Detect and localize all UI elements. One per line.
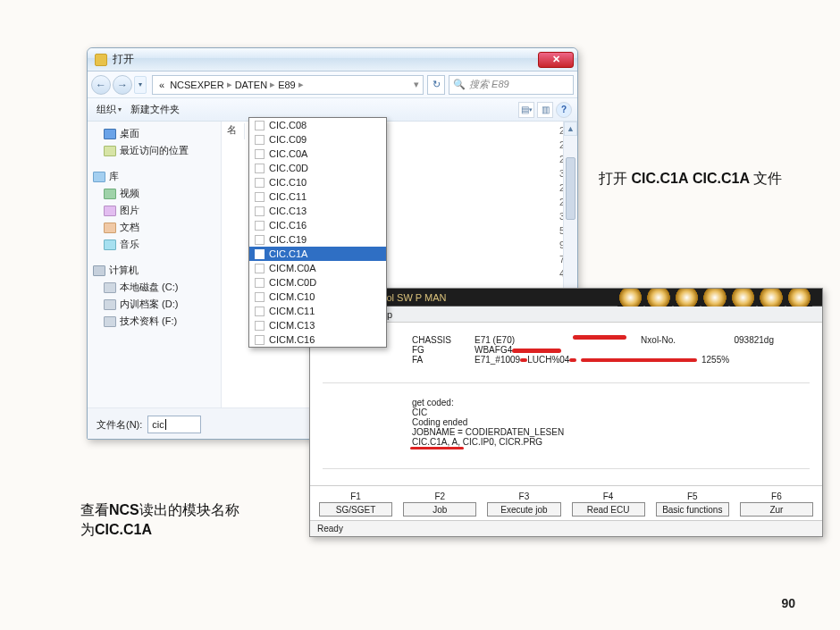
search-input[interactable]: 🔍 搜索 E89 [449,75,574,95]
dropdown-item[interactable]: CICM.C0D [249,275,386,290]
path-seg-2[interactable]: E89 [275,80,298,90]
dropdown-item[interactable]: CIC.C16 [249,218,386,232]
dropdown-item[interactable]: CIC.C0A [249,147,386,161]
toolbar-newfolder[interactable]: 新建文件夹 [127,103,185,116]
close-button[interactable]: ✕ [538,52,574,68]
sidebar-drive-d[interactable]: 内训档案 (D:) [89,296,219,313]
column-name-header[interactable]: 名 [227,123,245,139]
dropdown-item[interactable]: CIC.C13 [249,204,386,218]
filename-value: cic [152,419,164,430]
fkey-f3-button[interactable]: Execute job [487,502,560,517]
app-icon [95,54,107,66]
dropdown-item[interactable]: CICM.C16 [249,332,386,347]
sidebar-drive-c[interactable]: 本地磁盘 (C:) [89,279,219,296]
filename-label: 文件名(N): [97,418,142,432]
fkey-f2-button[interactable]: Job [403,502,476,517]
file-icon [255,121,265,130]
sidebar: 桌面 最近访问的位置 库 视频 图片 文档 音乐 计算机 本地磁盘 (C:) 内… [88,122,222,407]
fkey-f1: F1SG/SGET [319,491,392,517]
sidebar-doc[interactable]: 文档 [89,219,219,236]
dropdown-item[interactable]: CICM.C0A [249,261,386,275]
drive-icon [104,299,116,310]
file-icon [255,192,265,202]
scroll-up-icon[interactable]: ▲ [564,122,577,136]
document-icon [104,223,116,233]
file-icon [255,135,265,145]
dialog-title: 打开 [113,52,538,67]
filename-input[interactable]: cic [147,416,201,433]
dropdown-item[interactable]: CIC.C19 [249,232,386,247]
dropdown-item[interactable]: CIC.C09 [249,132,386,147]
video-icon [104,189,116,199]
nav-bar: ← → ▾ « NCSEXPER▸ DATEN▸ E89▸ ▾ ↻ 🔍 搜索 E… [88,71,577,98]
sidebar-library[interactable]: 库 [89,168,219,185]
info2-line5: CIC.C1A, A, CIC.IP0, CICR.PRG [412,437,542,447]
path-seg-0[interactable]: NCSEXPER [167,80,227,90]
dropdown-item[interactable]: CICM.C11 [249,304,386,318]
search-icon: 🔍 [453,79,466,90]
fkey-f4-button[interactable]: Read ECU [572,502,645,517]
preview-pane-button[interactable]: ▥ [537,102,553,118]
fkey-f2: F2Job [403,491,476,517]
file-icon [255,264,265,273]
library-icon [93,172,105,182]
sidebar-pic[interactable]: 图片 [89,202,219,219]
address-bar[interactable]: « NCSEXPER▸ DATEN▸ E89▸ ▾ [152,75,424,95]
view-options-button[interactable]: ▤▾ [518,102,534,118]
fkey-f6-button[interactable]: Zur [740,502,813,517]
nav-back-button[interactable]: ← [91,75,111,95]
nxol-label: Nxol-No. [641,335,676,345]
dropdown-item-selected[interactable]: CIC.C1A [249,247,386,261]
toolbar-organize[interactable]: 组织▾ [93,103,127,116]
redacted-bar [573,335,626,340]
sidebar-desktop[interactable]: 桌面 [89,125,219,142]
file-icon [255,335,265,345]
info2-line4: JOBNAME = CODIERDATEN_LESEN [412,427,774,437]
ncs-info-block-2: get coded: CIC Coding ended JOBNAME = CO… [323,382,810,468]
file-icon [255,249,265,259]
dropdown-item[interactable]: CICM.C13 [249,318,386,332]
dropdown-item[interactable]: CIC.C0D [249,161,386,175]
dropdown-item[interactable]: CIC.C10 [249,175,386,189]
sidebar-video[interactable]: 视频 [89,185,219,202]
scroll-thumb[interactable] [566,157,575,220]
nxol-value: 093821dg [735,335,775,345]
dropdown-item[interactable]: CICM.C10 [249,290,386,304]
file-icon [255,278,265,288]
path-prefix: « [156,80,167,90]
recent-icon [104,146,116,156]
titlebar-decoration [617,289,813,307]
filename-dropdown[interactable]: CIC.C08 CIC.C09 CIC.C0A CIC.C0D CIC.C10 … [248,117,387,348]
chassis-label: CHASSIS [412,335,475,345]
help-button[interactable]: ? [556,102,572,118]
nav-forward-button[interactable]: → [113,75,132,95]
sidebar-drive-f[interactable]: 技术资料 (F:) [89,313,219,330]
dropdown-item[interactable]: CIC.C11 [249,189,386,204]
annotation-bottom: 查看NCS读出的模块名称 为CIC.C1A [80,500,239,540]
computer-icon [93,265,105,276]
sidebar-computer[interactable]: 计算机 [89,262,219,279]
sidebar-music[interactable]: 音乐 [89,236,219,253]
nav-history-button[interactable]: ▾ [134,76,147,94]
info2-line2: CIC [412,407,774,417]
fa-value-mid: LUCH%04 [527,355,569,365]
underline-highlight [410,447,464,449]
sidebar-recent[interactable]: 最近访问的位置 [89,142,219,159]
fkey-f5-button[interactable]: Basic functions [656,502,729,517]
refresh-button[interactable]: ↻ [427,75,445,95]
fkey-f1-button[interactable]: SG/SGET [319,502,392,517]
file-icon [255,292,265,302]
open-dialog-titlebar[interactable]: 打开 ✕ [88,48,577,71]
annotation-top: 打开 CIC.C1A CIC.C1A 文件 [599,170,782,189]
fkey-f5: F5Basic functions [656,491,729,517]
close-icon: ✕ [552,54,560,65]
fkey-f6: F6Zur [740,491,813,517]
drive-icon [104,282,116,293]
file-icon [255,307,265,316]
path-seg-1[interactable]: DATEN [232,80,270,90]
redacted-bar [512,349,561,353]
dropdown-item[interactable]: CIC.C08 [249,118,386,132]
address-dropdown-icon[interactable]: ▾ [414,79,419,90]
fa-label: FA [412,355,475,365]
music-icon [104,239,116,250]
